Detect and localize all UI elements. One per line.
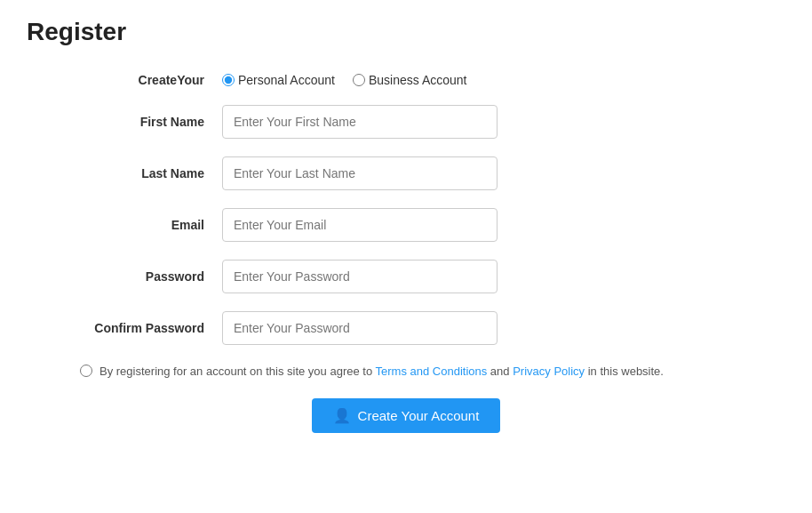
first-name-input[interactable] (222, 105, 498, 139)
register-form: CreateYour Personal Account Business Acc… (27, 73, 785, 433)
email-input[interactable] (222, 208, 498, 242)
terms-middle: and (487, 365, 513, 378)
create-your-label: CreateYour (27, 73, 222, 87)
create-account-button[interactable]: 👤 Create Your Account (312, 398, 501, 433)
first-name-label: First Name (27, 115, 222, 129)
confirm-password-label: Confirm Password (27, 321, 222, 335)
terms-suffix: in this website. (585, 365, 664, 378)
password-row: Password (27, 260, 785, 293)
account-type-group: Personal Account Business Account (222, 73, 466, 87)
terms-row: By registering for an account on this si… (80, 363, 785, 381)
email-row: Email (27, 208, 785, 242)
submit-button-label: Create Your Account (358, 408, 480, 423)
password-label: Password (27, 269, 222, 284)
password-input[interactable] (222, 260, 498, 293)
email-label: Email (27, 218, 222, 232)
last-name-row: Last Name (27, 156, 785, 190)
business-account-label: Business Account (369, 73, 467, 87)
terms-radio[interactable] (80, 365, 92, 377)
terms-text: By registering for an account on this si… (100, 363, 664, 381)
personal-account-label: Personal Account (238, 73, 335, 87)
account-type-row: CreateYour Personal Account Business Acc… (27, 73, 785, 87)
confirm-password-input[interactable] (222, 311, 498, 345)
last-name-label: Last Name (27, 166, 222, 180)
user-icon: 👤 (333, 407, 351, 424)
last-name-input[interactable] (222, 156, 498, 190)
page-title: Register (27, 18, 785, 46)
business-account-radio[interactable] (353, 74, 365, 86)
confirm-password-row: Confirm Password (27, 311, 785, 345)
privacy-link[interactable]: Privacy Policy (513, 365, 585, 378)
terms-link[interactable]: Terms and Conditions (376, 365, 488, 378)
personal-account-option[interactable]: Personal Account (222, 73, 335, 87)
business-account-option[interactable]: Business Account (353, 73, 467, 87)
terms-prefix: By registering for an account on this si… (100, 365, 376, 378)
personal-account-radio[interactable] (222, 74, 235, 86)
first-name-row: First Name (27, 105, 785, 139)
submit-row: 👤 Create Your Account (27, 398, 785, 433)
